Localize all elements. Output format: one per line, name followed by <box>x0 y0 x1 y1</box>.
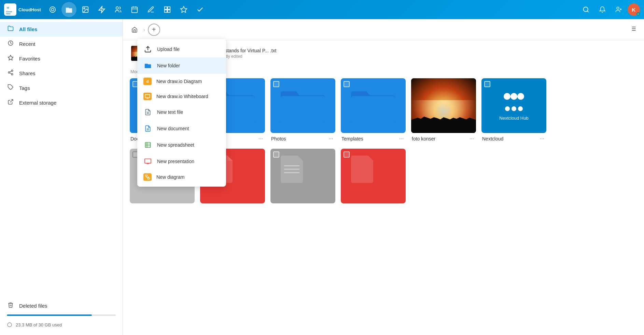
file-card-photos[interactable]: Photos ··· <box>270 78 335 143</box>
svg-rect-10 <box>164 7 167 9</box>
photos-checkbox[interactable] <box>273 81 279 87</box>
svg-point-17 <box>11 70 13 72</box>
nav-favorites-icon[interactable] <box>176 2 191 17</box>
nextcloud-menu[interactable]: ··· <box>538 135 546 143</box>
new-drawio-whiteboard-label: New draw.io Whiteboard <box>156 94 208 99</box>
avatar-status <box>636 12 640 16</box>
svg-point-5 <box>51 8 54 11</box>
nav-activity-icon[interactable] <box>94 2 109 17</box>
templates-footer: Templates ··· <box>341 133 406 143</box>
app-name: CloudHost <box>18 7 41 12</box>
dropdown-new-drawio-whiteboard[interactable]: New draw.io Whiteboard <box>137 89 226 104</box>
nav-circle-icon[interactable] <box>45 2 60 17</box>
new-diagram-label: New diagram <box>156 174 184 180</box>
shares-icon <box>7 69 14 77</box>
dropdown-new-document[interactable]: New document <box>137 120 226 137</box>
upload-icon <box>143 45 152 54</box>
sidebar-item-deleted-files[interactable]: Deleted files <box>0 298 123 313</box>
templates-checkbox[interactable] <box>344 81 350 87</box>
sidebar-item-all-files[interactable]: All files <box>0 22 123 37</box>
nav-stack-icon[interactable] <box>160 2 175 17</box>
nextcloud-label: Nextcloud Hub <box>499 116 528 121</box>
sidebar-item-favorites[interactable]: Favorites <box>0 51 123 66</box>
new-file-button[interactable]: + <box>148 24 160 36</box>
file-card-templates[interactable]: Templates ··· <box>341 78 406 143</box>
sidebar-item-external-storage[interactable]: External storage <box>0 95 123 110</box>
deleted-files-label: Deleted files <box>19 303 47 309</box>
new-spreadsheet-label: New spreadsheet <box>157 142 194 148</box>
doc-gray-checkbox[interactable] <box>273 151 279 158</box>
nav-contacts-icon[interactable] <box>111 2 126 17</box>
svg-rect-24 <box>145 95 150 98</box>
svg-rect-46 <box>351 96 395 123</box>
storage-bar <box>7 314 116 316</box>
doc-red2-checkbox[interactable] <box>344 151 350 158</box>
top-nav: Id Cloud Host CloudHost <box>0 0 644 19</box>
nav-tasks-icon[interactable] <box>193 2 208 17</box>
upload-file-label: Upload file <box>157 46 180 52</box>
new-text-file-label: New text file <box>157 109 183 115</box>
storage-info: 23.3 MB of 30 GB used <box>0 319 123 331</box>
dropdown-new-folder[interactable]: New folder <box>137 57 226 74</box>
dropdown-new-drawio-diagram[interactable]: d New draw.io Diagram <box>137 74 226 89</box>
nav-photos-icon[interactable] <box>78 2 93 17</box>
nextcloud-name: Nextcloud <box>482 136 538 142</box>
new-folder-icon <box>143 61 152 70</box>
notifications-button[interactable] <box>595 2 610 17</box>
app-logo[interactable]: Id Cloud Host CloudHost <box>4 3 41 16</box>
svg-point-4 <box>50 7 55 13</box>
nav-right: K <box>578 2 640 17</box>
content-toolbar: › + Upload file <box>123 19 644 40</box>
photos-thumb <box>270 78 335 133</box>
dropdown-new-presentation[interactable]: New presentation <box>137 153 226 170</box>
svg-point-49 <box>517 93 524 100</box>
svg-rect-30 <box>145 159 151 163</box>
file-card-nextcloud[interactable]: Nextcloud Hub Nextcloud ··· <box>481 78 546 143</box>
recent-label: Recent <box>19 41 36 47</box>
file-card-doc-gray[interactable] <box>270 149 335 203</box>
dropdown-new-text-file[interactable]: New text file <box>137 104 226 120</box>
svg-point-18 <box>8 72 10 73</box>
svg-line-21 <box>10 99 13 102</box>
storage-label: 23.3 MB of 30 GB used <box>16 322 62 327</box>
breadcrumb-arrow: › <box>143 27 145 32</box>
photos-menu[interactable]: ··· <box>327 135 335 143</box>
notes-menu[interactable]: ··· <box>257 135 264 143</box>
home-breadcrumb[interactable] <box>128 24 141 36</box>
templates-name: Templates <box>341 136 398 142</box>
tags-icon <box>7 84 14 92</box>
templates-menu[interactable]: ··· <box>398 135 405 143</box>
file-card-doc-red2[interactable] <box>341 149 406 203</box>
dropdown-menu: Upload file New folder d New draw.io Dia… <box>137 39 226 187</box>
user-avatar[interactable]: K <box>628 3 640 16</box>
storage-fill <box>7 314 92 316</box>
nav-files-icon[interactable] <box>61 2 76 17</box>
svg-rect-45 <box>281 96 325 123</box>
search-button[interactable] <box>578 2 593 17</box>
favorites-icon <box>7 55 14 63</box>
svg-point-15 <box>617 7 619 10</box>
sidebar-item-tags[interactable]: Tags <box>0 81 123 95</box>
dropdown-new-diagram[interactable]: New diagram <box>137 170 226 185</box>
view-toggle-button[interactable] <box>628 23 639 36</box>
dropdown-upload-file[interactable]: Upload file <box>137 41 226 57</box>
foto-konser-menu[interactable]: ··· <box>468 135 475 143</box>
add-account-button[interactable] <box>611 2 626 17</box>
svg-rect-9 <box>131 7 137 13</box>
doc-gray-thumb <box>270 149 335 203</box>
nav-calendar-icon[interactable] <box>127 2 142 17</box>
svg-rect-29 <box>145 143 151 148</box>
sidebar-item-recent[interactable]: Recent <box>0 37 123 51</box>
dropdown-new-spreadsheet[interactable]: New spreadsheet <box>137 137 226 153</box>
content-area: › + Upload file <box>123 19 644 335</box>
nav-notes-icon[interactable] <box>143 2 158 17</box>
diagram-icon <box>143 173 152 181</box>
sidebar-item-shares[interactable]: Shares <box>0 66 123 81</box>
photos-footer: Photos ··· <box>270 133 335 143</box>
foto-konser-footer: foto konser ··· <box>411 133 476 143</box>
nextcloud-checkbox[interactable] <box>484 81 490 87</box>
templates-thumb <box>341 78 406 133</box>
new-document-label: New document <box>157 126 189 131</box>
recent-icon <box>7 40 14 48</box>
file-card-foto-konser[interactable]: foto konser ··· <box>411 78 476 143</box>
